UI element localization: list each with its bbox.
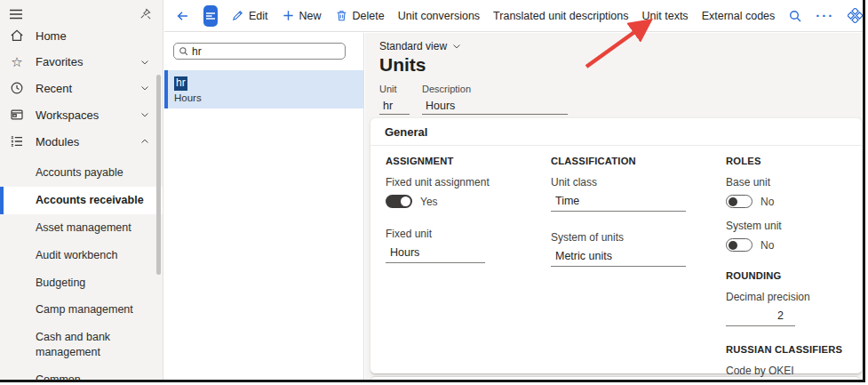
list-item-name: Hours bbox=[174, 92, 356, 103]
fixed-unit-value[interactable]: Hours bbox=[386, 243, 485, 263]
sidebar-scrollbar[interactable] bbox=[156, 75, 161, 275]
fixed-unit-label: Fixed unit bbox=[386, 228, 551, 240]
sidebar-item-home[interactable]: Home bbox=[0, 22, 163, 49]
decimal-precision-label: Decimal precision bbox=[726, 291, 849, 303]
base-unit-label: Base unit bbox=[726, 176, 849, 188]
workspaces-icon bbox=[10, 108, 24, 122]
new-button[interactable]: New bbox=[282, 9, 322, 22]
rounding-group-header: ROUNDING bbox=[726, 270, 849, 281]
description-field-label: Description bbox=[422, 84, 568, 94]
pencil-icon bbox=[231, 9, 244, 22]
sidebar-item-modules[interactable]: Modules bbox=[0, 128, 163, 155]
external-codes-button[interactable]: External codes bbox=[702, 10, 776, 22]
system-unit-label: System unit bbox=[726, 220, 849, 232]
search-icon[interactable] bbox=[788, 9, 802, 23]
code-by-okei-label: Code by OKEI bbox=[726, 365, 849, 377]
toggle-list-pane-button[interactable] bbox=[203, 5, 218, 27]
russian-classifiers-group-header: RUSSIAN CLASSIFIERS bbox=[726, 344, 849, 355]
sidebar-item-favorites[interactable]: ☆ Favorites bbox=[0, 49, 163, 75]
next-section-card[interactable] bbox=[370, 377, 860, 382]
unpin-sidebar-icon[interactable] bbox=[139, 7, 152, 20]
plus-icon bbox=[282, 9, 295, 22]
sidebar-module-accounts-payable[interactable]: Accounts payable bbox=[0, 159, 163, 187]
view-options-icon[interactable] bbox=[848, 8, 863, 23]
decimal-precision-value[interactable]: 2 bbox=[726, 306, 795, 326]
assignment-column: ASSIGNMENT Fixed unit assignment Yes Fix… bbox=[386, 156, 551, 382]
clock-icon bbox=[10, 81, 24, 95]
search-input[interactable] bbox=[192, 45, 340, 58]
sidebar-module-budgeting[interactable]: Budgeting bbox=[0, 269, 163, 297]
system-of-units-value[interactable]: Metric units bbox=[551, 246, 686, 267]
app-window: Home ☆ Favorites Recent bbox=[0, 0, 865, 382]
fixed-unit-assignment-label: Fixed unit assignment bbox=[386, 176, 551, 188]
roles-group-header: ROLES bbox=[726, 156, 849, 166]
general-section-card: General ASSIGNMENT Fixed unit assignment… bbox=[370, 118, 862, 373]
sidebar-item-label: Workspaces bbox=[36, 108, 99, 122]
record-list-panel: hr Hours bbox=[164, 33, 364, 380]
sidebar-item-label: Recent bbox=[36, 82, 72, 95]
assignment-group-header: ASSIGNMENT bbox=[386, 156, 551, 166]
list-item-code: hr bbox=[174, 76, 187, 91]
sidebar-item-label: Favorites bbox=[36, 55, 83, 68]
more-options-button[interactable]: ··· bbox=[816, 8, 834, 23]
unit-field: Unit hr bbox=[379, 84, 410, 115]
sidebar-module-cash-and-bank[interactable]: Cash and bank management bbox=[0, 324, 133, 366]
general-section-header[interactable]: General bbox=[370, 118, 862, 146]
description-field: Description Hours bbox=[422, 84, 568, 115]
translated-unit-descriptions-button[interactable]: Translated unit descriptions bbox=[493, 10, 628, 22]
sidebar-item-label: Home bbox=[36, 29, 67, 43]
modules-list-icon bbox=[10, 134, 24, 148]
toggle-state-text: Yes bbox=[420, 196, 438, 208]
unit-field-value[interactable]: hr bbox=[379, 97, 410, 115]
unit-class-value[interactable]: Time bbox=[551, 191, 686, 212]
edit-button[interactable]: Edit bbox=[231, 9, 268, 22]
sidebar-module-accounts-receivable[interactable]: Accounts receivable bbox=[0, 187, 163, 214]
unit-class-label: Unit class bbox=[551, 176, 726, 188]
classification-group-header: CLASSIFICATION bbox=[551, 156, 726, 166]
delete-button[interactable]: Delete bbox=[335, 9, 385, 22]
star-icon: ☆ bbox=[10, 56, 24, 68]
action-toolbar: Edit New Delete Unit conversions Transla… bbox=[164, 0, 863, 32]
sidebar-module-audit-workbench[interactable]: Audit workbench bbox=[0, 242, 163, 269]
description-field-value[interactable]: Hours bbox=[422, 97, 568, 115]
home-icon bbox=[10, 28, 24, 43]
view-selector[interactable]: Standard view bbox=[379, 40, 462, 52]
sidebar-item-recent[interactable]: Recent bbox=[0, 75, 163, 101]
system-of-units-label: System of units bbox=[551, 231, 726, 244]
list-item-hr[interactable]: hr Hours bbox=[164, 70, 363, 108]
sidebar-module-asset-management[interactable]: Asset management bbox=[0, 214, 163, 242]
trash-icon bbox=[335, 9, 348, 22]
sidebar-item-workspaces[interactable]: Workspaces bbox=[0, 101, 163, 128]
back-button[interactable] bbox=[175, 9, 190, 23]
fixed-unit-assignment-toggle[interactable] bbox=[386, 195, 412, 208]
chevron-down-icon bbox=[139, 109, 150, 120]
hamburger-menu-icon[interactable] bbox=[9, 8, 23, 20]
classification-column: CLASSIFICATION Unit class Time System of… bbox=[551, 156, 726, 382]
chevron-up-icon bbox=[139, 136, 150, 147]
toggle-state-text: No bbox=[760, 239, 774, 252]
record-search-box[interactable] bbox=[173, 43, 346, 60]
main-content: Standard view Units Unit hr Description … bbox=[365, 33, 863, 380]
unit-texts-button[interactable]: Unit texts bbox=[642, 10, 689, 22]
chevron-down-icon bbox=[139, 57, 150, 68]
roles-column: ROLES Base unit No System unit No ROUNDI… bbox=[726, 156, 849, 382]
page-title: Units bbox=[379, 54, 863, 76]
chevron-down-icon bbox=[139, 83, 150, 93]
base-unit-toggle[interactable] bbox=[726, 195, 753, 208]
sidebar-module-common[interactable]: Common bbox=[0, 366, 163, 382]
navigation-sidebar: Home ☆ Favorites Recent bbox=[0, 0, 163, 380]
chevron-down-icon bbox=[451, 41, 462, 52]
unit-conversions-button[interactable]: Unit conversions bbox=[398, 10, 480, 22]
unit-field-label: Unit bbox=[379, 84, 410, 94]
search-icon bbox=[179, 46, 188, 56]
sidebar-item-label: Modules bbox=[36, 135, 79, 148]
system-unit-toggle[interactable] bbox=[726, 238, 753, 252]
toggle-state-text: No bbox=[760, 196, 774, 208]
sidebar-module-camp-management[interactable]: Camp management bbox=[0, 296, 163, 324]
